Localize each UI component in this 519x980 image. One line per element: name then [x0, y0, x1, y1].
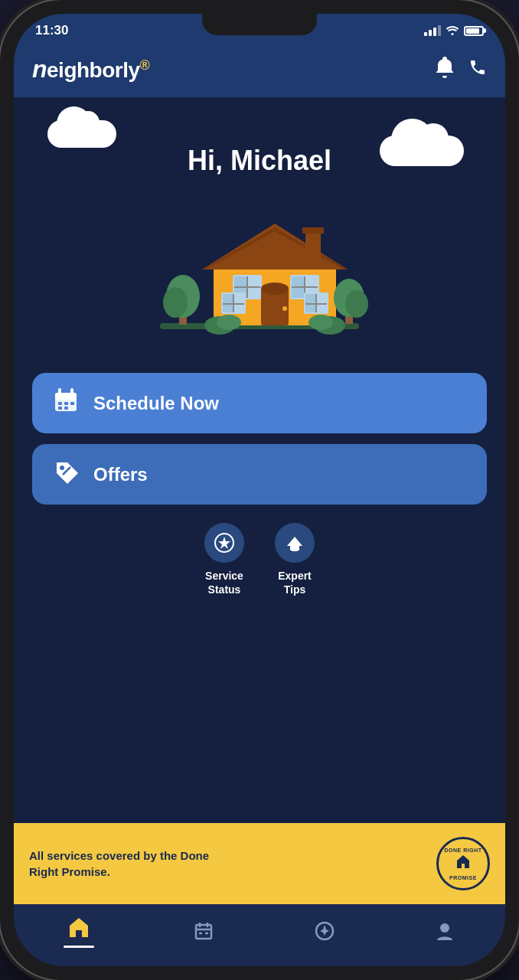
svg-marker-52 — [218, 537, 230, 549]
svg-rect-48 — [64, 407, 68, 410]
service-status-label: ServiceStatus — [205, 569, 243, 596]
cloud-left — [47, 120, 116, 148]
schedule-nav-icon — [193, 920, 214, 945]
svg-point-20 — [282, 306, 287, 311]
svg-rect-31 — [315, 294, 317, 312]
svg-point-35 — [308, 315, 333, 330]
nav-schedule[interactable] — [178, 917, 230, 948]
svg-point-38 — [345, 290, 368, 318]
home-nav-indicator — [64, 946, 94, 948]
service-status-action[interactable]: ServiceStatus — [204, 523, 244, 596]
expert-tips-action[interactable]: ExpertTips — [275, 523, 315, 596]
signal-bars-icon — [424, 25, 441, 36]
offers-icon — [51, 458, 81, 491]
nav-explore[interactable] — [299, 917, 351, 948]
svg-point-49 — [60, 466, 64, 470]
expert-tips-label: ExpertTips — [278, 569, 312, 596]
house-illustration — [137, 189, 382, 358]
svg-rect-42 — [58, 388, 61, 396]
svg-rect-45 — [64, 402, 68, 405]
schedule-now-label: Schedule Now — [93, 393, 219, 414]
bottom-nav — [14, 904, 505, 966]
expert-tips-icon — [275, 523, 315, 563]
screen: 11:30 neighborly® — [14, 14, 505, 966]
bell-icon[interactable] — [435, 57, 455, 83]
app-header: neighborly® — [14, 44, 505, 97]
svg-point-33 — [217, 315, 241, 330]
promise-banner: All services covered by the Done Right P… — [14, 823, 505, 904]
explore-nav-icon — [314, 920, 335, 945]
svg-rect-44 — [58, 402, 62, 405]
schedule-now-button[interactable]: Schedule Now — [32, 373, 487, 433]
app-logo: neighborly® — [32, 55, 149, 83]
status-time: 11:30 — [35, 23, 68, 38]
header-icons — [435, 57, 487, 83]
done-right-promise-badge: DONE RIGHT PROMISE — [436, 837, 490, 890]
svg-point-62 — [440, 923, 449, 933]
svg-marker-61 — [320, 925, 329, 936]
quick-actions: ServiceStatus ExpertTips — [204, 523, 315, 596]
svg-rect-53 — [292, 549, 298, 551]
greeting-text: Hi, Michael — [32, 145, 487, 177]
svg-rect-54 — [196, 925, 211, 939]
home-nav-icon — [67, 916, 90, 941]
svg-rect-7 — [305, 231, 321, 258]
logo-text: neighborly® — [32, 55, 149, 83]
nav-profile[interactable] — [419, 917, 471, 948]
action-buttons: Schedule Now Offers — [32, 373, 487, 505]
svg-point-3 — [163, 287, 188, 318]
profile-nav-icon — [434, 920, 455, 945]
status-icons — [424, 24, 484, 38]
battery-icon — [464, 26, 484, 36]
clouds-area: Hi, Michael — [32, 113, 487, 189]
badge-home-icon — [455, 853, 472, 874]
svg-rect-43 — [70, 388, 73, 396]
nav-home[interactable] — [48, 913, 109, 951]
main-content: Hi, Michael — [14, 97, 505, 823]
svg-rect-13 — [246, 276, 248, 298]
schedule-icon — [51, 387, 81, 420]
phone-frame: 11:30 neighborly® — [0, 0, 519, 980]
wifi-icon — [446, 24, 459, 38]
service-status-icon — [204, 523, 244, 563]
promise-text: All services covered by the Done Right P… — [29, 848, 220, 880]
phone-icon[interactable] — [468, 58, 487, 81]
svg-rect-26 — [233, 294, 234, 312]
offers-label: Offers — [93, 464, 148, 485]
badge-top-text: DONE RIGHT — [445, 848, 482, 853]
badge-bottom-text: PROMISE — [449, 875, 477, 880]
notch — [202, 14, 317, 35]
svg-rect-47 — [58, 407, 62, 410]
offers-button[interactable]: Offers — [32, 444, 487, 505]
svg-rect-46 — [70, 402, 74, 405]
svg-rect-8 — [302, 227, 324, 234]
svg-rect-41 — [55, 397, 77, 400]
svg-point-21 — [261, 283, 289, 295]
